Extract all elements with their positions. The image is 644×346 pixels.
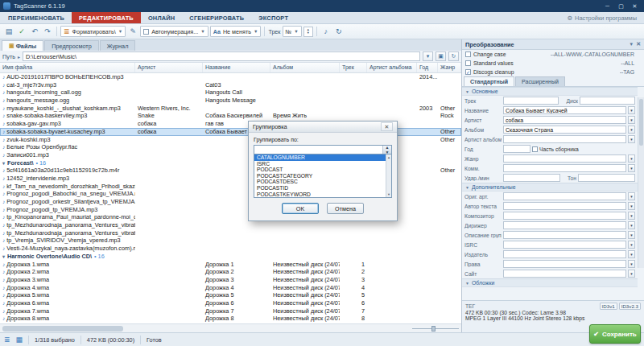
col-title[interactable]: Название: [203, 63, 270, 72]
extra-field-input[interactable]: [503, 250, 626, 258]
table-row[interactable]: ♪Дорожка 2.wma Дорожка 2 Неизвестный дис…: [0, 268, 461, 276]
tab-extended[interactable]: Расширенный: [515, 76, 565, 86]
compilation-checkbox[interactable]: [532, 146, 538, 152]
table-row[interactable]: ♪tp_Mezhdunarodnaja_panorama_Ventures_vi…: [0, 221, 461, 229]
playlist-icon[interactable]: ♪: [320, 26, 332, 37]
edit-icon[interactable]: ✎: [127, 26, 138, 37]
col-track[interactable]: Трек: [340, 63, 367, 72]
horizontal-scrollbar[interactable]: [0, 323, 461, 332]
chevron-down-icon[interactable]: ▼: [628, 270, 635, 278]
disc-input[interactable]: [580, 97, 635, 105]
section-main[interactable]: ▼ Основные: [462, 87, 638, 96]
extra-field-input[interactable]: [503, 241, 626, 249]
close-icon[interactable]: ✕: [381, 122, 393, 131]
format-combo[interactable]: ≣ Форматировать\ ▼: [60, 26, 126, 37]
chevron-down-icon[interactable]: ▼: [628, 231, 635, 239]
table-row[interactable]: ♪hangouts_incoming_call.ogg Hangouts Cal…: [0, 89, 461, 97]
nochange-combo[interactable]: Aa Не менять ▼: [210, 26, 262, 37]
table-row[interactable]: ♪Дорожка 7.wma Дорожка 7 Неизвестный дис…: [0, 307, 461, 315]
chevron-down-icon[interactable]: ▼: [628, 116, 635, 124]
table-row[interactable]: ♪myaukane_koshki_-_slushat_koshkam.mp3 W…: [0, 105, 461, 113]
track-stepper[interactable]: ▲▼: [303, 27, 313, 37]
tab-rename[interactable]: ПЕРЕИМЕНОВАТЬ: [1, 12, 72, 23]
program-settings-link[interactable]: ⚙ Настройки программы: [567, 12, 643, 23]
extra-field-input[interactable]: [503, 260, 626, 268]
vscroll-thumb[interactable]: [639, 99, 643, 146]
section-extra[interactable]: ▼ Дополнительные: [462, 183, 638, 192]
group-by-combo[interactable]: ▲▼: [254, 145, 392, 154]
list-scrollbar[interactable]: ▲ ▼: [386, 154, 391, 197]
table-row[interactable]: ♪Дорожка 1.wma Дорожка 1 Неизвестный дис…: [0, 261, 461, 269]
scroll-up-icon[interactable]: ▲: [387, 155, 390, 159]
chevron-down-icon[interactable]: ▼: [628, 154, 635, 163]
option-checkbox[interactable]: [465, 51, 471, 57]
chevron-down-icon[interactable]: ▼: [628, 106, 635, 114]
chevron-down-icon[interactable]: ▼: [628, 202, 635, 210]
tab-export[interactable]: ЭКСПОРТ: [251, 12, 295, 23]
list-item[interactable]: PODCASTID: [254, 185, 386, 192]
transform-option[interactable]: Standard values --ALL: [462, 59, 644, 68]
redo-icon[interactable]: ↷: [42, 26, 53, 37]
chevron-down-icon[interactable]: ▼: [628, 212, 635, 220]
key-input[interactable]: [578, 174, 635, 182]
tab-standard[interactable]: Стандартный: [464, 76, 514, 86]
close-icon[interactable]: ✕: [629, 2, 641, 10]
undo-icon[interactable]: ↶: [29, 26, 40, 37]
vertical-scrollbar[interactable]: [638, 97, 644, 268]
minimize-icon[interactable]: ─: [601, 2, 613, 10]
chevron-down-icon[interactable]: ▼: [628, 241, 635, 249]
browse-folder-icon[interactable]: ▣: [436, 51, 446, 61]
tab-edit[interactable]: РЕДАКТИРОВАТЬ: [72, 12, 141, 23]
table-row[interactable]: ♪cat-3_mje7r3v.mp3 Cat03: [0, 81, 461, 89]
table-row[interactable]: ♪tp_Vremja_SVIRIDOV_Vremja_vpered.mp3: [0, 237, 461, 245]
table-row[interactable]: ♪Дорожка 8.wma Дорожка 8 Неизвестный дис…: [0, 315, 461, 323]
table-row[interactable]: ♪Дорожка 6.wma Дорожка 6 Неизвестный дис…: [0, 299, 461, 307]
section-covers[interactable]: ▼ Обложки: [462, 278, 638, 287]
hscroll-thumb[interactable]: [2, 326, 123, 332]
dialog-title-bar[interactable]: Группировка ✕: [249, 122, 397, 133]
tab-online[interactable]: ОНЛАЙН: [141, 12, 182, 23]
table-row[interactable]: ♪tp_Mezhdunarodnaja_panorama_Ventures_vi…: [0, 229, 461, 237]
extra-field-input[interactable]: [503, 192, 626, 200]
maximize-icon[interactable]: ▢: [615, 2, 627, 10]
list-icon[interactable]: ≣: [4, 336, 10, 344]
extra-field-input[interactable]: [503, 221, 626, 229]
col-albumartist[interactable]: Артист альбома: [367, 63, 417, 72]
extra-field-input[interactable]: [503, 231, 626, 239]
chevron-down-icon[interactable]: ▼: [628, 126, 635, 134]
table-row[interactable]: ♪Дорожка 5.wma Дорожка 5 Неизвестный дис…: [0, 291, 461, 299]
path-dropdown-icon[interactable]: ▾: [423, 51, 433, 61]
col-artist[interactable]: Артист: [135, 63, 203, 72]
chevron-down-icon[interactable]: ▼: [628, 192, 635, 200]
tab-log[interactable]: Журнал: [100, 40, 136, 51]
chevron-down-icon[interactable]: ▼: [628, 164, 635, 172]
artist-input[interactable]: [503, 116, 626, 124]
columns-icon[interactable]: ▤: [3, 26, 14, 37]
option-checkbox[interactable]: [465, 60, 471, 66]
chevron-down-icon[interactable]: ▼: [628, 135, 635, 143]
zoom-slider[interactable]: [412, 326, 459, 332]
transform-option[interactable]: ✓ Discogs cleanup --TAG: [462, 68, 644, 76]
slider-handle[interactable]: [431, 326, 436, 332]
autonumber-combo[interactable]: Автонумерация... ▼: [140, 26, 208, 37]
tab-generate[interactable]: СГЕНЕРИРОВАТЬ: [182, 12, 251, 23]
year-input[interactable]: [503, 145, 530, 153]
album-input[interactable]: [503, 126, 626, 134]
refresh-icon[interactable]: ↻: [448, 51, 459, 61]
table-row[interactable]: ♪Дорожка 4.wma Дорожка 4 Неизвестный дис…: [0, 284, 461, 292]
transform-option[interactable]: Change case --ALL-WWW,-CATALOGNUMBER: [462, 50, 644, 59]
list-item[interactable]: CATALOGNUMBER: [254, 154, 386, 161]
list-item[interactable]: PODCASTKEYWORD: [254, 192, 386, 198]
cancel-button[interactable]: Отмена: [327, 203, 364, 214]
table-row[interactable]: ♪snake-sobaka-baskerviley.mp3 Snake Соба…: [0, 112, 461, 120]
list-item[interactable]: PODCAST: [254, 167, 386, 173]
albumartist-input[interactable]: [503, 135, 626, 143]
table-row[interactable]: ♪hangouts_message.ogg Hangouts Message: [0, 97, 461, 105]
list-item[interactable]: PODCASTCATEGORY: [254, 173, 386, 179]
path-input[interactable]: D:\Lenouser\Music\: [23, 51, 420, 61]
chevron-down-icon[interactable]: ▼: [628, 221, 635, 229]
col-album[interactable]: Альбом: [270, 63, 340, 72]
chevron-down-icon[interactable]: ▼: [628, 260, 635, 268]
list-item[interactable]: ISRC: [254, 161, 386, 167]
list-item[interactable]: PODCASTDESC: [254, 179, 386, 185]
